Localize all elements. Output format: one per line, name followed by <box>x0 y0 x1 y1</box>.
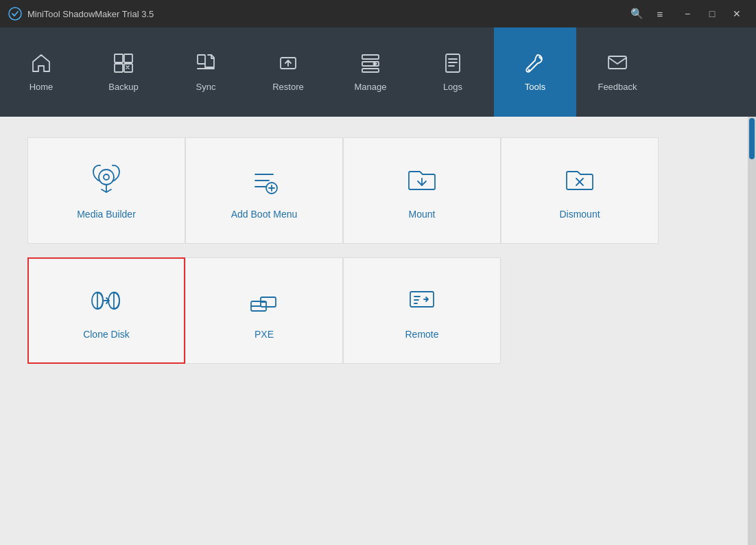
nav-logs-label: Logs <box>443 82 462 92</box>
menu-icon[interactable]: ≡ <box>649 4 671 23</box>
remote-label: Remote <box>405 329 438 340</box>
nav-home[interactable]: Home <box>0 27 82 117</box>
svg-rect-3 <box>115 64 123 72</box>
svg-point-9 <box>374 63 376 65</box>
tool-clone-disk[interactable]: Clone Disk <box>27 257 185 364</box>
search-icon[interactable]: 🔍 <box>626 4 648 23</box>
tools-row2: Clone Disk PXE <box>27 257 729 364</box>
tool-add-boot-menu[interactable]: Add Boot Menu <box>185 137 343 244</box>
nav-feedback-label: Feedback <box>598 82 637 92</box>
minimize-button[interactable]: − <box>676 4 698 23</box>
nav-tools-label: Tools <box>525 82 545 92</box>
backup-icon <box>113 52 134 78</box>
tool-media-builder[interactable]: Media Builder <box>27 137 185 244</box>
remote-icon <box>403 282 440 319</box>
app-title: MiniTool ShadowMaker Trial 3.5 <box>27 9 626 19</box>
nav-restore[interactable]: Restore <box>247 27 329 117</box>
window-controls: − □ ✕ <box>676 4 748 23</box>
restore-button[interactable]: □ <box>701 4 723 23</box>
manage-icon <box>359 52 381 78</box>
mount-label: Mount <box>409 209 436 220</box>
tool-mount[interactable]: Mount <box>343 137 501 244</box>
nav-backup[interactable]: Backup <box>82 27 165 117</box>
titlebar-icons: 🔍 ≡ <box>626 4 671 23</box>
tool-remote[interactable]: Remote <box>343 257 501 364</box>
mount-icon <box>403 162 440 199</box>
dismount-label: Dismount <box>559 209 600 220</box>
svg-rect-1 <box>115 54 123 62</box>
nav-logs[interactable]: Logs <box>412 27 494 117</box>
svg-point-0 <box>9 8 21 20</box>
home-icon <box>30 52 52 78</box>
pxe-icon <box>246 282 283 319</box>
nav-backup-label: Backup <box>108 82 138 92</box>
tools-icon <box>524 52 546 78</box>
title-bar: MiniTool ShadowMaker Trial 3.5 🔍 ≡ − □ ✕ <box>0 0 756 27</box>
main-content: Media Builder Add Boot Menu <box>0 117 756 545</box>
nav-sync[interactable]: Sync <box>165 27 247 117</box>
nav-restore-label: Restore <box>272 82 304 92</box>
logs-icon <box>442 52 464 78</box>
pxe-label: PXE <box>255 329 274 340</box>
svg-rect-2 <box>124 54 132 62</box>
nav-sync-label: Sync <box>196 82 216 92</box>
media-builder-label: Media Builder <box>77 209 136 220</box>
sync-icon <box>195 52 217 78</box>
nav-home-label: Home <box>29 82 54 92</box>
close-button[interactable]: ✕ <box>726 4 748 23</box>
media-builder-icon <box>88 162 125 199</box>
nav-feedback[interactable]: Feedback <box>576 27 659 117</box>
scrollbar[interactable] <box>748 117 756 545</box>
svg-rect-13 <box>609 56 626 69</box>
add-boot-menu-icon <box>246 162 283 199</box>
tool-pxe[interactable]: PXE <box>185 257 343 364</box>
add-boot-menu-label: Add Boot Menu <box>231 209 298 220</box>
scrollbar-thumb[interactable] <box>749 118 755 159</box>
svg-rect-10 <box>362 69 379 72</box>
svg-rect-5 <box>198 55 205 64</box>
svg-rect-7 <box>362 55 379 59</box>
nav-manage[interactable]: Manage <box>329 27 412 117</box>
svg-point-14 <box>99 170 114 185</box>
nav-manage-label: Manage <box>355 82 387 92</box>
nav-tools[interactable]: Tools <box>494 27 576 117</box>
svg-rect-11 <box>446 54 460 72</box>
feedback-icon <box>606 52 628 78</box>
svg-point-15 <box>104 174 109 180</box>
svg-point-12 <box>528 69 530 71</box>
svg-rect-34 <box>410 292 434 307</box>
nav-bar: Home Backup Sync <box>0 27 756 117</box>
app-logo-icon <box>8 7 22 21</box>
dismount-icon <box>561 162 598 199</box>
clone-disk-label: Clone Disk <box>83 329 130 340</box>
restore-icon <box>277 52 299 78</box>
tools-row1: Media Builder Add Boot Menu <box>27 137 729 244</box>
tool-dismount[interactable]: Dismount <box>501 137 659 244</box>
clone-disk-icon <box>88 282 125 319</box>
